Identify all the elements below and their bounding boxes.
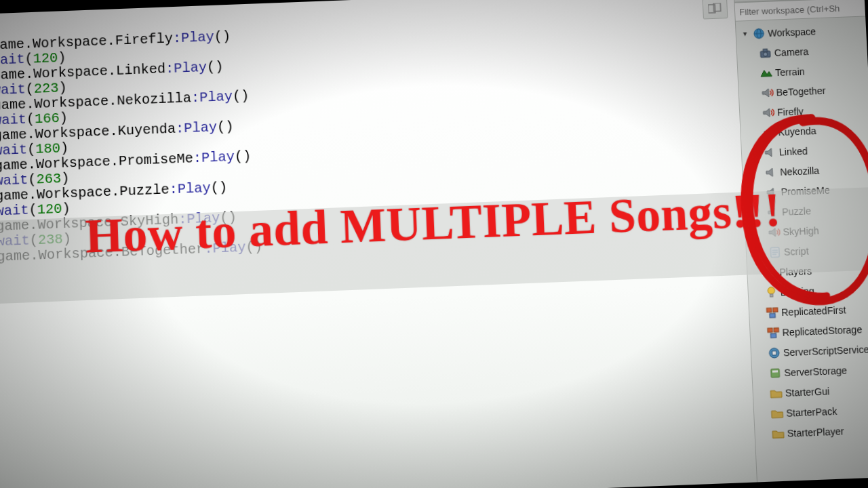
sound-icon: [764, 146, 776, 159]
tree-item-label: StarterGui: [785, 386, 830, 399]
tree-item-label: Linked: [778, 145, 808, 157]
svg-point-14: [768, 287, 775, 294]
svg-rect-18: [770, 313, 775, 317]
tree-item-label: Nekozilla: [780, 165, 820, 177]
tree-item-label: ReplicatedFirst: [781, 304, 846, 318]
replicated-icon: [767, 326, 780, 339]
globe-icon: [753, 27, 766, 40]
popout-icon: [708, 3, 722, 14]
tree-item-label: StarterPlayer: [787, 426, 844, 439]
tree-item-label: ReplicatedStorage: [782, 323, 862, 338]
svg-rect-6: [763, 49, 767, 52]
svg-rect-28: [772, 370, 778, 372]
sound-on-icon: [761, 86, 774, 99]
folder-icon: [772, 427, 785, 440]
svg-rect-15: [770, 293, 773, 296]
tree-item-label: ServerStorage: [784, 365, 847, 378]
serverstorage-icon: [769, 366, 782, 379]
tree-item-label: BeTogether: [776, 85, 825, 98]
svg-line-4: [754, 33, 764, 34]
sound-on-icon: [763, 126, 776, 139]
tree-item-label: Kuyenda: [778, 125, 816, 137]
svg-rect-16: [766, 308, 771, 312]
sound-icon: [765, 165, 778, 178]
light-icon: [765, 286, 778, 299]
chevron-down-icon: ▾: [740, 29, 750, 39]
svg-rect-22: [774, 327, 778, 331]
replicated-icon: [766, 306, 778, 319]
tree-item-label: Workspace: [768, 26, 816, 39]
tree-item-label: Terrain: [775, 66, 805, 78]
folder-icon: [770, 407, 783, 420]
tree-item-label: StarterPack: [786, 405, 837, 418]
svg-point-7: [764, 52, 768, 56]
tree-item-label: Firefly: [777, 106, 804, 118]
camera-icon: [759, 47, 772, 60]
popout-button[interactable]: [703, 0, 728, 20]
terrain-icon: [760, 66, 772, 79]
sound-on-icon: [762, 106, 774, 119]
tree-item-label: Lighting: [780, 285, 814, 298]
svg-rect-17: [773, 307, 778, 311]
serverscript-icon: [768, 346, 781, 359]
svg-rect-23: [770, 333, 776, 337]
folder-icon: [770, 386, 783, 399]
tree-item-label: Camera: [774, 45, 808, 58]
svg-rect-27: [771, 369, 780, 378]
svg-rect-21: [768, 327, 772, 331]
tree-item-label: ServerScriptService: [783, 344, 868, 358]
tree-item-starterplayer[interactable]: ▸StarterPlayer: [755, 419, 868, 444]
